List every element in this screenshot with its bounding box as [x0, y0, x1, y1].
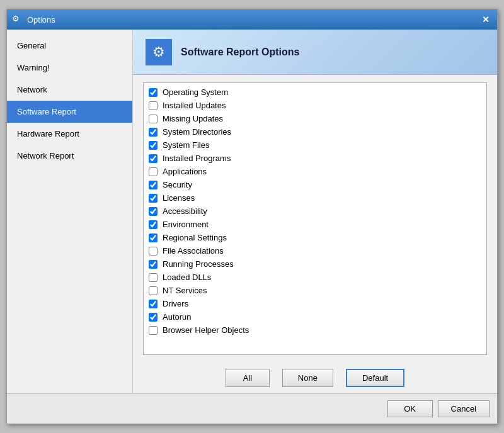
- footer: OK Cancel: [7, 393, 497, 424]
- sidebar-item-network-report[interactable]: Network Report: [7, 145, 132, 167]
- check-item-drivers[interactable]: Drivers: [144, 297, 486, 310]
- check-item-regional-settings[interactable]: Regional Settings: [144, 231, 486, 244]
- checkbox-regional-settings[interactable]: [149, 233, 158, 242]
- check-label-os: Operating System: [163, 87, 228, 97]
- checkbox-loaded-dlls[interactable]: [149, 273, 158, 282]
- checkbox-drivers[interactable]: [149, 300, 158, 308]
- check-label-system-directories: System Directories: [163, 127, 231, 137]
- check-item-os[interactable]: Operating System: [144, 86, 486, 99]
- checkbox-nt-services[interactable]: [149, 286, 158, 295]
- check-item-loaded-dlls[interactable]: Loaded DLLs: [144, 271, 486, 284]
- check-label-drivers: Drivers: [163, 299, 188, 308]
- check-label-applications: Applications: [163, 167, 207, 176]
- check-item-accessibility[interactable]: Accessibility: [144, 205, 486, 218]
- sidebar-item-warning[interactable]: Warning!: [7, 57, 132, 79]
- sidebar-item-hardware-report[interactable]: Hardware Report: [7, 123, 132, 145]
- sidebar: GeneralWarning!NetworkSoftware ReportHar…: [7, 30, 133, 393]
- dialog-body: GeneralWarning!NetworkSoftware ReportHar…: [7, 30, 497, 393]
- checklist-area: Operating SystemInstalled UpdatesMissing…: [133, 75, 497, 363]
- check-label-browser-helper-objects: Browser Helper Objects: [163, 325, 249, 335]
- check-item-installed-updates[interactable]: Installed Updates: [144, 99, 486, 112]
- check-item-system-files[interactable]: System Files: [144, 138, 486, 152]
- check-item-applications[interactable]: Applications: [144, 165, 486, 178]
- check-label-system-files: System Files: [163, 140, 209, 150]
- check-label-nt-services: NT Services: [163, 286, 207, 295]
- checkbox-environment[interactable]: [149, 220, 158, 229]
- section-icon: ⚙: [146, 39, 172, 65]
- checkbox-autorun[interactable]: [149, 313, 158, 322]
- none-button[interactable]: None: [282, 369, 333, 387]
- sidebar-item-software-report[interactable]: Software Report: [7, 101, 132, 123]
- checkbox-system-directories[interactable]: [149, 128, 158, 137]
- checkbox-file-associations[interactable]: [149, 247, 158, 256]
- checkbox-installed-updates[interactable]: [149, 101, 158, 110]
- checkbox-installed-programs[interactable]: [149, 154, 158, 163]
- check-item-autorun[interactable]: Autorun: [144, 310, 486, 323]
- title-bar-left: ⚙ Options: [12, 14, 55, 25]
- default-button[interactable]: Default: [346, 369, 404, 387]
- title-bar: ⚙ Options ✕: [7, 9, 497, 30]
- check-item-licenses[interactable]: Licenses: [144, 191, 486, 205]
- checklist-scroll[interactable]: Operating SystemInstalled UpdatesMissing…: [143, 82, 487, 355]
- check-item-system-directories[interactable]: System Directories: [144, 125, 486, 138]
- check-label-running-processes: Running Processes: [163, 259, 234, 269]
- check-item-nt-services[interactable]: NT Services: [144, 284, 486, 297]
- ok-button[interactable]: OK: [387, 400, 433, 417]
- check-item-missing-updates[interactable]: Missing Updates: [144, 112, 486, 125]
- check-label-environment: Environment: [163, 220, 209, 229]
- close-button[interactable]: ✕: [479, 13, 492, 26]
- section-title: Software Report Options: [181, 47, 299, 58]
- sidebar-item-general[interactable]: General: [7, 35, 132, 57]
- action-buttons-row: All None Default: [133, 363, 497, 393]
- check-item-browser-helper-objects[interactable]: Browser Helper Objects: [144, 323, 486, 337]
- check-item-running-processes[interactable]: Running Processes: [144, 257, 486, 271]
- check-label-autorun: Autorun: [163, 312, 192, 322]
- options-dialog: ⚙ Options ✕ GeneralWarning!NetworkSoftwa…: [6, 9, 498, 424]
- checkbox-security[interactable]: [149, 181, 158, 189]
- check-label-loaded-dlls: Loaded DLLs: [163, 273, 211, 282]
- check-label-licenses: Licenses: [163, 193, 195, 203]
- check-label-file-associations: File Associations: [163, 246, 224, 256]
- sidebar-item-network[interactable]: Network: [7, 79, 132, 101]
- check-label-missing-updates: Missing Updates: [163, 114, 223, 123]
- checkbox-missing-updates[interactable]: [149, 115, 158, 123]
- main-content: ⚙ Software Report Options Operating Syst…: [133, 30, 497, 393]
- check-label-installed-programs: Installed Programs: [163, 154, 231, 163]
- checkbox-accessibility[interactable]: [149, 207, 158, 216]
- check-item-installed-programs[interactable]: Installed Programs: [144, 152, 486, 165]
- checkbox-running-processes[interactable]: [149, 260, 158, 269]
- check-label-accessibility: Accessibility: [163, 206, 207, 216]
- check-item-security[interactable]: Security: [144, 178, 486, 191]
- cancel-button[interactable]: Cancel: [438, 400, 490, 417]
- checkbox-applications[interactable]: [149, 167, 158, 176]
- checkbox-os[interactable]: [149, 88, 158, 97]
- check-item-file-associations[interactable]: File Associations: [144, 244, 486, 257]
- options-title-icon: ⚙: [12, 14, 23, 25]
- dialog-title: Options: [27, 15, 55, 25]
- check-label-installed-updates: Installed Updates: [163, 101, 226, 110]
- check-label-security: Security: [163, 180, 192, 189]
- main-header: ⚙ Software Report Options: [133, 30, 497, 75]
- checkbox-system-files[interactable]: [149, 141, 158, 150]
- check-item-environment[interactable]: Environment: [144, 218, 486, 231]
- gear-icon: ⚙: [152, 44, 165, 60]
- checkbox-browser-helper-objects[interactable]: [149, 326, 158, 335]
- checkbox-licenses[interactable]: [149, 194, 158, 203]
- all-button[interactable]: All: [226, 369, 270, 387]
- check-label-regional-settings: Regional Settings: [163, 233, 227, 242]
